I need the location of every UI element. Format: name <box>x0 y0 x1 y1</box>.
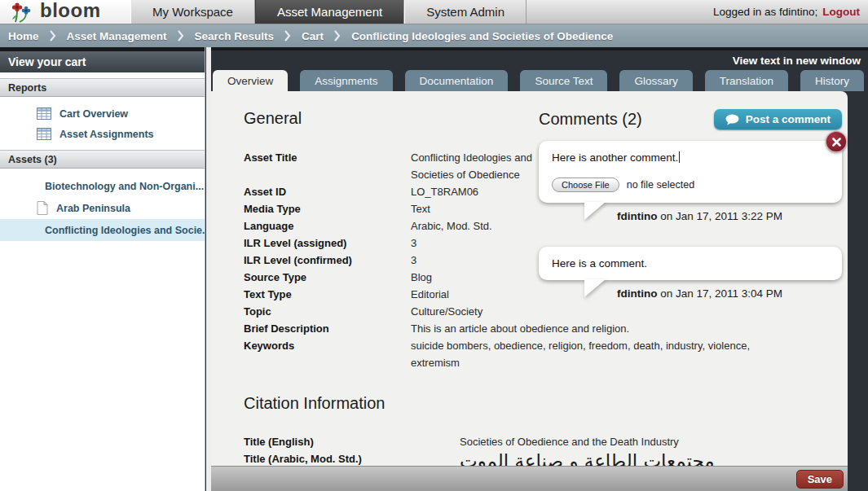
logout-link[interactable]: Logout <box>822 6 860 18</box>
comment-attribution-row: fdintino on Jan 17, 2011 3:04 PM <box>539 280 842 305</box>
view-text-new-window-link[interactable]: View text in new window <box>733 55 861 67</box>
chevron-right-icon <box>284 30 291 42</box>
breadcrumb-search-results[interactable]: Search Results <box>195 30 275 42</box>
sidebar-item-label: Arab Peninsula <box>56 203 130 214</box>
field-topic: Topic Culture/Society <box>244 303 773 320</box>
breadcrumb-asset-management[interactable]: Asset Management <box>67 30 167 42</box>
breadcrumb: Home Asset Management Search Results Car… <box>0 24 868 47</box>
reports-list: Cart Overview Asset Assignments <box>0 97 205 150</box>
close-comment-button[interactable] <box>826 131 847 152</box>
tab-overview[interactable]: Overview <box>213 70 288 91</box>
breadcrumb-home[interactable]: Home <box>8 30 39 42</box>
tab-glossary[interactable]: Glossary <box>619 70 692 91</box>
sidebar-item-label: Asset Assignments <box>59 129 154 140</box>
comment-edit-text[interactable]: Here is another comment. <box>552 151 829 164</box>
chevron-right-icon <box>178 30 184 42</box>
field-title-english: Title (English) Societies of Obedience a… <box>244 433 826 450</box>
field-brief-description: Brief Description This is an article abo… <box>244 320 773 337</box>
post-comment-button[interactable]: Post a comment <box>714 109 842 129</box>
breadcrumb-current-asset[interactable]: Conflicting Ideologies and Societies of … <box>351 30 613 42</box>
citation-section: Citation Information Title (English) Soc… <box>244 394 826 471</box>
nav-my-workspace[interactable]: My Workspace <box>130 0 255 24</box>
logo-text: bloom <box>40 0 101 22</box>
comment-edit-bubble[interactable]: Here is another comment. Choose File no … <box>539 141 842 203</box>
speech-tail <box>584 279 606 297</box>
tab-translation[interactable]: Translation <box>705 70 788 91</box>
citation-heading: Citation Information <box>244 394 826 413</box>
tab-history[interactable]: History <box>800 70 864 91</box>
sidebar-item-label: Cart Overview <box>59 108 128 120</box>
sidebar-item-asset-arab-peninsula[interactable]: Arab Peninsula <box>0 197 205 219</box>
login-status-text: Logged in as fdintino; <box>713 6 817 18</box>
field-keywords: Keywords suicide bombers, obedience, rel… <box>244 337 773 371</box>
file-status-text: no file selected <box>627 179 694 191</box>
comment-text: Here is a comment. <box>552 257 829 270</box>
asset-tabs: Overview Assignments Documentation Sourc… <box>213 70 848 91</box>
login-status-area: Logged in as fdintino; Logout <box>713 0 868 24</box>
nav-asset-management[interactable]: Asset Management <box>255 0 404 24</box>
sidebar-item-asset-conflicting-ideologies[interactable]: Conflicting Ideologies and Socie... <box>0 219 205 241</box>
view-cart-header[interactable]: View your cart <box>0 47 205 72</box>
tab-assignments[interactable]: Assignments <box>300 70 392 91</box>
document-icon <box>37 201 48 215</box>
tab-source-text[interactable]: Source Text <box>520 70 607 91</box>
nav-system-admin[interactable]: System Admin <box>404 0 527 24</box>
chevron-right-icon <box>50 30 56 42</box>
choose-file-button[interactable]: Choose File <box>552 178 619 192</box>
text-cursor <box>679 151 680 163</box>
sidebar-item-asset-assignments[interactable]: Asset Assignments <box>0 124 205 144</box>
top-bar: bloom My Workspace Asset Management Syst… <box>0 0 868 24</box>
app-logo[interactable]: bloom <box>0 0 130 24</box>
breadcrumb-cart[interactable]: Cart <box>302 30 324 42</box>
save-button[interactable]: Save <box>796 470 844 489</box>
tab-documentation[interactable]: Documentation <box>405 70 509 91</box>
comments-section: Comments (2) Post a comment Here is anot… <box>539 109 842 305</box>
save-bar: Save <box>211 466 848 491</box>
comment-attribution-row: fdintino on Jan 17, 2011 3:22 PM <box>539 203 842 227</box>
sidebar-item-cart-overview[interactable]: Cart Overview <box>0 103 205 124</box>
sidebar-item-label: Conflicting Ideologies and Socie... <box>45 225 211 236</box>
assets-section-header: Assets (3) <box>0 150 205 169</box>
table-icon <box>37 128 51 140</box>
cart-sidebar: View your cart Reports Cart Overview <box>0 47 205 491</box>
chevron-right-icon <box>334 30 341 42</box>
close-icon <box>832 138 841 147</box>
speech-tail <box>584 202 606 220</box>
comment-bubble: Here is a comment. <box>539 247 842 280</box>
flower-logo-icon <box>10 2 33 23</box>
overview-panel: General Asset Title Conflicting Ideologi… <box>211 91 848 491</box>
comment-attribution: fdintino on Jan 17, 2011 3:04 PM <box>617 287 782 300</box>
sidebar-item-asset-biotechnology[interactable]: Biotechnology and Non-Organi... <box>0 175 205 197</box>
asset-detail-main: View text in new window Overview Assignm… <box>211 47 868 491</box>
speech-bubble-icon <box>725 114 739 125</box>
primary-nav: My Workspace Asset Management System Adm… <box>130 0 527 24</box>
comment-attribution: fdintino on Jan 17, 2011 3:22 PM <box>617 210 782 222</box>
sidebar-item-label: Biotechnology and Non-Organi... <box>45 181 204 192</box>
assets-list: Biotechnology and Non-Organi... Arab Pen… <box>0 169 205 247</box>
comments-heading: Comments (2) <box>539 110 642 129</box>
reports-section-header: Reports <box>0 78 205 97</box>
table-icon <box>37 107 51 120</box>
